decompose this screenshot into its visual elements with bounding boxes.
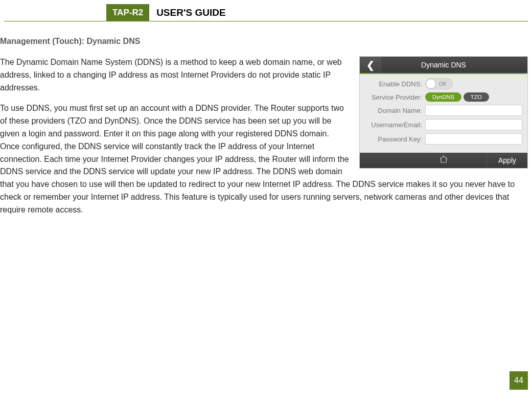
header-lead-space [4, 4, 106, 21]
username-email-input[interactable] [425, 119, 522, 130]
ctrl-username [425, 119, 522, 130]
device-titlebar: ❮ Dynamic DNS [360, 57, 527, 74]
device-screenshot: ❮ Dynamic DNS Enable DDNS: Off [359, 56, 528, 169]
password-key-input[interactable] [425, 133, 522, 145]
enable-ddns-toggle[interactable]: Off [425, 78, 453, 89]
home-icon[interactable] [439, 155, 448, 167]
body-wrap: ❮ Dynamic DNS Enable DDNS: Off [0, 56, 528, 217]
toggle-off-label: Off [439, 81, 446, 87]
device-footer: Apply [360, 153, 527, 168]
section-heading: Management (Touch): Dynamic DNS [0, 37, 528, 46]
label-password: Password Key: [365, 135, 425, 143]
page-number: 44 [510, 371, 528, 390]
device-ui-panel: ❮ Dynamic DNS Enable DDNS: Off [359, 56, 528, 169]
label-provider: Service Provider: [365, 93, 425, 101]
product-badge: TAP-R2 [106, 4, 149, 21]
back-button[interactable]: ❮ [360, 57, 381, 73]
document-title: USER'S GUIDE [149, 4, 225, 21]
chevron-left-icon: ❮ [366, 59, 375, 71]
row-username: Username/Email: [365, 119, 522, 130]
provider-dyndns-button[interactable]: DynDNS [425, 92, 461, 102]
label-enable: Enable DDNS: [365, 80, 425, 88]
device-form: Enable DDNS: Off Service Provider: DynDN… [360, 74, 527, 153]
row-domain: Domain Name: [365, 105, 522, 116]
ctrl-password [425, 133, 522, 145]
ctrl-enable: Off [425, 78, 522, 89]
ctrl-domain [425, 105, 522, 116]
provider-tzo-button[interactable]: TZO [464, 92, 489, 102]
device-title: Dynamic DNS [381, 61, 527, 69]
row-password: Password Key: [365, 133, 522, 145]
label-username: Username/Email: [365, 121, 425, 129]
provider-pills: DynDNS TZO [425, 92, 522, 102]
page-content: Management (Touch): Dynamic DNS ❮ Dynami… [0, 37, 532, 217]
domain-name-input[interactable] [425, 105, 522, 116]
apply-button[interactable]: Apply [487, 153, 527, 168]
row-enable: Enable DDNS: Off [365, 78, 522, 89]
label-domain: Domain Name: [365, 107, 425, 114]
document-header: TAP-R2 USER'S GUIDE [4, 4, 528, 21]
row-provider: Service Provider: DynDNS TZO [365, 92, 522, 102]
toggle-knob [426, 79, 436, 89]
